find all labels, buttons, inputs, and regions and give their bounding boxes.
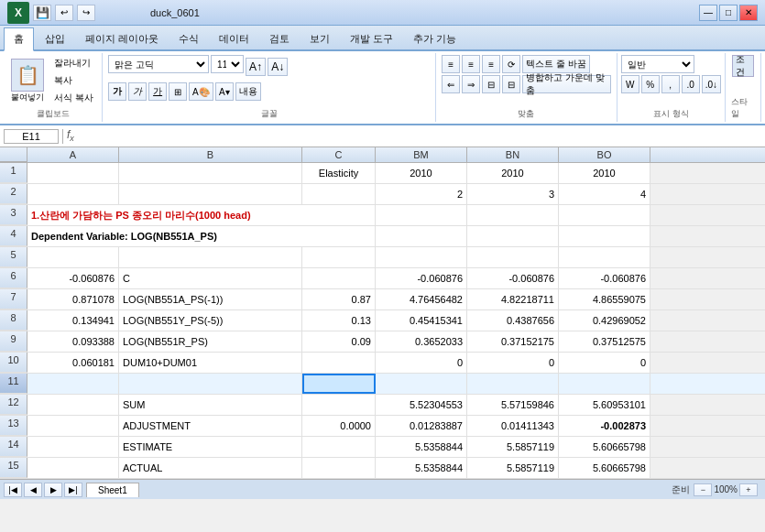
cell-a2[interactable]: [27, 184, 119, 204]
next-sheet-btn[interactable]: ▶: [44, 483, 62, 497]
align-center-btn[interactable]: ≡: [462, 55, 480, 73]
cell-c1[interactable]: Elasticity: [302, 163, 376, 183]
quick-undo-btn[interactable]: ↩: [55, 5, 73, 21]
cell-bn3[interactable]: [467, 205, 559, 225]
cell-bn9[interactable]: 0.37152175: [467, 331, 559, 352]
zoom-out-btn[interactable]: −: [694, 483, 712, 496]
cell-b6[interactable]: C: [119, 268, 302, 288]
cell-a10[interactable]: 0.060181: [27, 353, 119, 373]
prev-sheet-btn[interactable]: ◀: [24, 483, 42, 497]
last-sheet-btn[interactable]: ▶|: [64, 483, 82, 497]
cell-b14[interactable]: ESTIMATE: [119, 437, 302, 457]
italic-btn[interactable]: 가: [128, 82, 147, 101]
decimal-increase-btn[interactable]: .0: [682, 75, 700, 93]
cell-bm4[interactable]: [376, 226, 467, 246]
merge-center-btn[interactable]: 병합하고 가운데 맞춤: [522, 75, 610, 93]
cell-bm7[interactable]: 4.76456482: [376, 289, 467, 309]
tab-insert[interactable]: 삽입: [36, 28, 74, 49]
formula-input[interactable]: [78, 131, 761, 142]
cell-bn11[interactable]: [467, 374, 559, 394]
tab-formula[interactable]: 수식: [169, 28, 208, 49]
cell-bo2[interactable]: 4: [559, 184, 650, 204]
cell-b9[interactable]: LOG(NB551R_PS): [119, 331, 302, 352]
first-sheet-btn[interactable]: |◀: [4, 483, 22, 497]
cell-b11[interactable]: [119, 374, 302, 394]
cell-bm5[interactable]: [376, 247, 467, 267]
col-header-a[interactable]: A: [27, 147, 119, 162]
cell-bo14[interactable]: 5.60665798: [559, 437, 650, 457]
cell-bm10[interactable]: 0: [376, 353, 467, 373]
content-btn[interactable]: 내용: [235, 82, 261, 101]
cell-a14[interactable]: [27, 437, 119, 457]
cell-bn15[interactable]: 5.5857119: [467, 458, 559, 478]
cell-bm13[interactable]: 0.01283887: [376, 416, 467, 436]
align-left-btn[interactable]: ≡: [442, 55, 460, 73]
bold-btn[interactable]: 가: [108, 82, 126, 101]
border-btn[interactable]: ⊞: [169, 82, 187, 101]
percent-btn[interactable]: %: [641, 75, 660, 93]
cell-b8[interactable]: LOG(NB551Y_PS(-5)): [119, 310, 302, 331]
tab-developer[interactable]: 개발 도구: [341, 28, 402, 49]
cell-a5[interactable]: [27, 247, 119, 267]
rotation-btn[interactable]: ⟳: [502, 55, 520, 73]
cell-bo15[interactable]: 5.60665798: [559, 458, 650, 478]
cell-c13[interactable]: 0.0000: [302, 416, 376, 436]
fill-color-btn[interactable]: A🎨: [189, 82, 213, 101]
align-vcenter-btn[interactable]: ⊟: [482, 75, 500, 93]
cell-b15[interactable]: ACTUAL: [119, 458, 302, 478]
cell-bn2[interactable]: 3: [467, 184, 559, 204]
conditional-format-btn[interactable]: 조건: [732, 55, 754, 77]
col-header-c[interactable]: C: [302, 147, 376, 162]
cell-b12[interactable]: SUM: [119, 395, 302, 415]
cell-c10[interactable]: [302, 353, 376, 373]
tab-review[interactable]: 검토: [260, 28, 299, 49]
indent-left-btn[interactable]: ⇐: [442, 75, 460, 93]
cell-bn4[interactable]: [467, 226, 559, 246]
cell-bm9[interactable]: 0.3652033: [376, 331, 467, 352]
comma-btn[interactable]: ,: [661, 75, 680, 93]
cell-bm3[interactable]: [376, 205, 467, 225]
cell-bo9[interactable]: 0.37512575: [559, 331, 650, 352]
cell-c8[interactable]: 0.13: [302, 310, 376, 331]
cell-c7[interactable]: 0.87: [302, 289, 376, 309]
cell-c12[interactable]: [302, 395, 376, 415]
font-color-btn[interactable]: A▾: [215, 82, 234, 101]
cell-bo7[interactable]: 4.86559075: [559, 289, 650, 309]
close-btn[interactable]: ✕: [739, 5, 758, 21]
cell-a6[interactable]: -0.060876: [27, 268, 119, 288]
cell-bn6[interactable]: -0.060876: [467, 268, 559, 288]
tab-home[interactable]: 홈: [4, 27, 34, 51]
cell-a9[interactable]: 0.093388: [27, 331, 119, 352]
cell-c9[interactable]: 0.09: [302, 331, 376, 352]
col-header-bn[interactable]: BN: [467, 147, 559, 162]
cell-a3[interactable]: 1.산란에 가담하는 PS 종오리 마리수(1000 head): [27, 205, 376, 225]
cell-c14[interactable]: [302, 437, 376, 457]
cell-bm1[interactable]: 2010: [376, 163, 467, 183]
cell-c15[interactable]: [302, 458, 376, 478]
cell-a4[interactable]: Dependent Variable: LOG(NB551A_PS): [27, 226, 376, 246]
cell-a15[interactable]: [27, 458, 119, 478]
col-header-bm[interactable]: BM: [376, 147, 467, 162]
cell-a12[interactable]: [27, 395, 119, 415]
cell-bm12[interactable]: 5.52304553: [376, 395, 467, 415]
align-right-btn[interactable]: ≡: [482, 55, 500, 73]
cell-a13[interactable]: [27, 416, 119, 436]
tab-view[interactable]: 보기: [301, 28, 339, 49]
cell-b13[interactable]: ADJUSTMENT: [119, 416, 302, 436]
cell-b2[interactable]: [119, 184, 302, 204]
number-format-select[interactable]: 일반: [621, 55, 694, 73]
cell-bn1[interactable]: 2010: [467, 163, 559, 183]
cell-bn10[interactable]: 0: [467, 353, 559, 373]
tab-page-layout[interactable]: 페이지 레이아웃: [76, 28, 168, 49]
format-copy-btn[interactable]: 서식 복사: [49, 90, 98, 106]
cell-bo1[interactable]: 2010: [559, 163, 650, 183]
col-header-b[interactable]: B: [119, 147, 302, 162]
cell-bn7[interactable]: 4.82218711: [467, 289, 559, 309]
cell-bo8[interactable]: 0.42969052: [559, 310, 650, 331]
quick-redo-btn[interactable]: ↪: [77, 5, 95, 21]
shrink-font-btn[interactable]: A↓: [268, 58, 288, 76]
cell-b1[interactable]: [119, 163, 302, 183]
indent-right-btn[interactable]: ⇒: [462, 75, 480, 93]
wrap-text-btn[interactable]: 텍스트 줄 바꿈: [522, 55, 590, 73]
cell-bo5[interactable]: [559, 247, 650, 267]
